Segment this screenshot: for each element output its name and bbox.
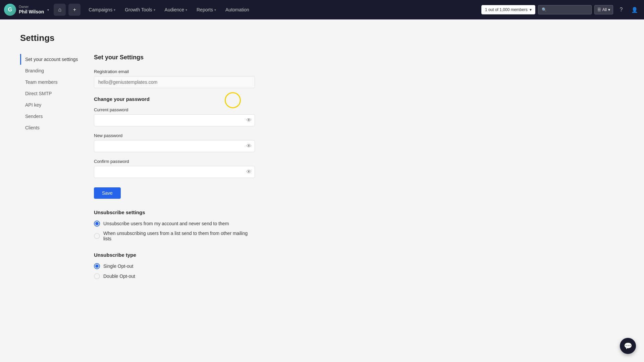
automation-menu-item[interactable]: Automation [221, 5, 254, 14]
all-filter-dropdown[interactable]: ☰ All ▾ [594, 5, 613, 14]
unsubscribe-option2-group: When unsubscribing users from a list sen… [94, 231, 255, 241]
sidebar-item-label: API key [25, 102, 41, 108]
page-title: Settings [20, 33, 624, 43]
campaigns-label: Campaigns [89, 7, 112, 12]
current-password-label: Current password [94, 107, 255, 112]
members-count-label: 1 out of 1,000 members [485, 7, 528, 12]
navbar: G Owner Phil Wilson ▾ ⌂ + Campaigns ▾ Gr… [0, 0, 644, 19]
search-box[interactable]: 🔍 [538, 5, 592, 14]
registration-email-group: Registration email [94, 69, 255, 88]
help-button[interactable]: ? [616, 4, 627, 15]
sidebar-item-label: Direct SMTP [25, 91, 52, 96]
unsubscribe-option2-text: When unsubscribing users from a list sen… [103, 231, 255, 241]
all-chevron-icon: ▾ [608, 7, 610, 12]
reports-menu-item[interactable]: Reports ▾ [192, 5, 221, 14]
owner-label: Owner [19, 5, 44, 9]
confirm-password-input[interactable] [94, 166, 255, 178]
audience-menu-item[interactable]: Audience ▾ [160, 5, 192, 14]
search-input[interactable] [549, 7, 588, 12]
unsubscribe-option2-label[interactable]: When unsubscribing users from a list sen… [94, 231, 255, 241]
double-opt-out-label[interactable]: Double Opt-out [94, 273, 255, 279]
sidebar-item-team-members[interactable]: Team members [20, 77, 94, 87]
filter-icon: ☰ [597, 7, 601, 12]
unsubscribe-option2-radio[interactable] [94, 233, 100, 239]
brand-area[interactable]: G Owner Phil Wilson ▾ [4, 4, 49, 16]
password-section: Change your password Current password 👁 … [94, 96, 255, 199]
plus-icon: + [73, 7, 76, 13]
audience-label: Audience [165, 7, 184, 12]
unsubscribe-section: Unsubscribe settings Unsubscribe users f… [94, 209, 255, 241]
sidebar-item-label: Clients [25, 125, 40, 130]
double-opt-out-group: Double Opt-out [94, 273, 255, 279]
sidebar-item-clients[interactable]: Clients [20, 122, 94, 133]
confirm-password-wrapper: 👁 [94, 166, 255, 178]
all-label: All [602, 7, 607, 12]
settings-sidebar: Set your account settings Branding Team … [20, 54, 94, 287]
nav-menu: Campaigns ▾ Growth Tools ▾ Audience ▾ Re… [84, 5, 480, 14]
toggle-new-password-icon[interactable]: 👁 [246, 143, 252, 149]
growth-tools-menu-item[interactable]: Growth Tools ▾ [120, 5, 160, 14]
registration-email-input[interactable] [94, 76, 255, 88]
sidebar-item-api-key[interactable]: API key [20, 100, 94, 110]
members-dropdown[interactable]: 1 out of 1,000 members ▾ [481, 5, 535, 14]
double-opt-out-text: Double Opt-out [103, 274, 135, 279]
settings-main: Set your Settings Registration email Cha… [94, 54, 255, 287]
sidebar-item-direct-smtp[interactable]: Direct SMTP [20, 88, 94, 99]
change-password-title: Change your password [94, 96, 255, 102]
owner-name: Phil Wilson [19, 9, 44, 15]
members-chevron-icon: ▾ [530, 7, 532, 12]
growth-tools-chevron-icon: ▾ [154, 8, 155, 12]
set-settings-title: Set your Settings [94, 54, 255, 61]
current-password-group: Current password 👁 [94, 107, 255, 126]
content-layout: Set your account settings Branding Team … [20, 54, 624, 287]
current-password-input[interactable] [94, 114, 255, 126]
home-button[interactable]: ⌂ [54, 4, 66, 16]
double-opt-out-radio[interactable] [94, 273, 100, 279]
current-password-wrapper: 👁 [94, 114, 255, 126]
unsubscribe-settings-title: Unsubscribe settings [94, 209, 255, 215]
sidebar-item-label: Team members [25, 79, 57, 85]
campaigns-menu-item[interactable]: Campaigns ▾ [84, 5, 120, 14]
new-password-group: New password 👁 [94, 133, 255, 152]
campaigns-chevron-icon: ▾ [114, 8, 115, 12]
new-password-label: New password [94, 133, 255, 138]
save-button[interactable]: Save [94, 187, 121, 199]
chat-button[interactable]: 💬 [620, 338, 636, 354]
page-wrapper: Settings Set your account settings Brand… [0, 19, 644, 362]
sidebar-item-label: Senders [25, 114, 43, 119]
single-opt-out-group: Single Opt-out [94, 263, 255, 269]
single-opt-out-radio[interactable] [94, 263, 100, 269]
new-password-wrapper: 👁 [94, 140, 255, 152]
add-button[interactable]: + [68, 4, 80, 16]
growth-tools-label: Growth Tools [125, 7, 152, 12]
registration-email-wrapper [94, 76, 255, 88]
unsubscribe-option1-radio[interactable] [94, 221, 100, 227]
nav-right-area: 1 out of 1,000 members ▾ 🔍 ☰ All ▾ ? 👤 [481, 4, 640, 15]
owner-info: Owner Phil Wilson [19, 5, 44, 15]
confirm-password-group: Confirm password 👁 [94, 159, 255, 178]
automation-label: Automation [225, 7, 249, 12]
help-icon: ? [620, 7, 623, 13]
toggle-current-password-icon[interactable]: 👁 [246, 117, 252, 123]
new-password-input[interactable] [94, 140, 255, 152]
sidebar-item-senders[interactable]: Senders [20, 111, 94, 122]
owner-chevron-icon: ▾ [47, 8, 49, 12]
toggle-confirm-password-icon[interactable]: 👁 [246, 169, 252, 175]
user-button[interactable]: 👤 [629, 4, 640, 15]
single-opt-out-text: Single Opt-out [103, 263, 133, 269]
search-icon: 🔍 [542, 7, 547, 12]
sidebar-item-label: Branding [25, 68, 44, 73]
unsubscribe-option1-label[interactable]: Unsubscribe users from my account and ne… [94, 221, 255, 227]
chat-icon: 💬 [624, 342, 632, 350]
user-icon: 👤 [631, 7, 638, 13]
home-icon: ⌂ [58, 7, 61, 13]
sidebar-item-branding[interactable]: Branding [20, 65, 94, 76]
registration-email-label: Registration email [94, 69, 255, 74]
single-opt-out-label[interactable]: Single Opt-out [94, 263, 255, 269]
unsubscribe-type-title: Unsubscribe type [94, 252, 255, 258]
confirm-password-label: Confirm password [94, 159, 255, 164]
sidebar-item-account-settings[interactable]: Set your account settings [20, 54, 94, 65]
reports-label: Reports [197, 7, 213, 12]
unsubscribe-option1-group: Unsubscribe users from my account and ne… [94, 221, 255, 227]
audience-chevron-icon: ▾ [185, 8, 187, 12]
